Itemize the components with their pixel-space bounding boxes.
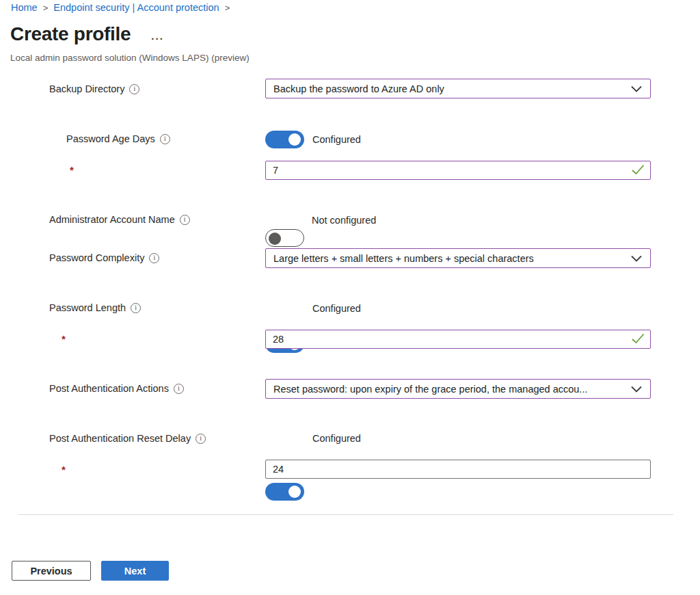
breadcrumb-separator: > bbox=[225, 3, 230, 13]
label-backup-directory: Backup Directory i bbox=[49, 83, 139, 94]
next-button[interactable]: Next bbox=[101, 561, 169, 581]
toggle-knob bbox=[288, 133, 301, 146]
label-administrator-account-name: Administrator Account Name i bbox=[49, 214, 190, 225]
breadcrumb-link-home[interactable]: Home bbox=[11, 2, 38, 13]
input-password-age-days[interactable] bbox=[265, 161, 651, 180]
toggle-knob bbox=[288, 486, 301, 498]
info-icon[interactable]: i bbox=[129, 84, 139, 94]
chevron-down-icon bbox=[631, 255, 642, 262]
input-wrap-post-authentication-reset-delay bbox=[265, 460, 651, 479]
dropdown-password-complexity[interactable]: Large letters + small letters + numbers … bbox=[265, 248, 651, 268]
toggle-state-label: Configured bbox=[312, 433, 361, 444]
page-subtitle: Local admin password solution (Windows L… bbox=[10, 53, 250, 63]
field-label-text: Password Length bbox=[49, 302, 126, 313]
label-password-length: Password Length i bbox=[49, 302, 141, 313]
label-password-complexity: Password Complexity i bbox=[49, 252, 159, 263]
previous-button[interactable]: Previous bbox=[12, 561, 91, 581]
input-password-length[interactable] bbox=[265, 330, 651, 349]
breadcrumb-link-account-protection[interactable]: Endpoint security | Account protection bbox=[53, 2, 219, 13]
label-post-authentication-actions: Post Authentication Actions i bbox=[49, 383, 184, 394]
field-label-text: Password Complexity bbox=[49, 252, 144, 263]
page-title: Create profile bbox=[10, 23, 131, 45]
toggle-password-age-days[interactable] bbox=[265, 131, 304, 148]
dropdown-backup-directory[interactable]: Backup the password to Azure AD only bbox=[265, 79, 651, 98]
field-label-text: Administrator Account Name bbox=[49, 214, 175, 225]
input-wrap-password-length bbox=[265, 330, 651, 349]
more-options-icon[interactable]: ... bbox=[151, 30, 164, 42]
field-label-text: Post Authentication Actions bbox=[49, 383, 169, 394]
chevron-down-icon bbox=[631, 386, 642, 393]
dropdown-post-authentication-actions[interactable]: Reset password: upon expiry of the grace… bbox=[265, 379, 651, 399]
info-icon[interactable]: i bbox=[131, 303, 141, 313]
dropdown-selected-value: Reset password: upon expiry of the grace… bbox=[273, 384, 587, 395]
info-icon[interactable]: i bbox=[149, 253, 159, 263]
toggle-state-label: Configured bbox=[312, 303, 361, 314]
toggle-knob bbox=[269, 233, 281, 245]
dropdown-selected-value: Large letters + small letters + numbers … bbox=[273, 253, 534, 264]
page-title-row: Create profile ... bbox=[10, 23, 164, 45]
input-wrap-password-age-days bbox=[265, 161, 651, 180]
toggle-state-label: Configured bbox=[312, 134, 361, 145]
info-icon[interactable]: i bbox=[174, 384, 184, 394]
field-label-text: Backup Directory bbox=[49, 83, 124, 94]
toggle-post-authentication-reset-delay[interactable] bbox=[265, 483, 304, 501]
breadcrumb: Home > Endpoint security | Account prote… bbox=[11, 2, 235, 13]
label-password-age-days: Password Age Days i bbox=[66, 133, 170, 144]
section-divider bbox=[18, 514, 673, 515]
info-icon[interactable]: i bbox=[180, 215, 190, 225]
breadcrumb-separator: > bbox=[43, 3, 49, 13]
toggle-state-label: Not configured bbox=[312, 215, 376, 226]
info-icon[interactable]: i bbox=[160, 134, 170, 144]
field-label-text: Password Age Days bbox=[66, 133, 155, 144]
dropdown-selected-value: Backup the password to Azure AD only bbox=[273, 83, 444, 94]
toggle-administrator-account-name[interactable] bbox=[265, 229, 304, 247]
input-post-authentication-reset-delay[interactable] bbox=[265, 460, 651, 479]
label-post-authentication-reset-delay: Post Authentication Reset Delay i bbox=[49, 433, 206, 444]
required-marker: * bbox=[62, 333, 66, 345]
required-marker: * bbox=[62, 464, 66, 475]
chevron-down-icon bbox=[631, 85, 642, 92]
field-label-text: Post Authentication Reset Delay bbox=[49, 433, 191, 444]
info-icon[interactable]: i bbox=[196, 434, 206, 444]
required-marker: * bbox=[70, 164, 74, 176]
